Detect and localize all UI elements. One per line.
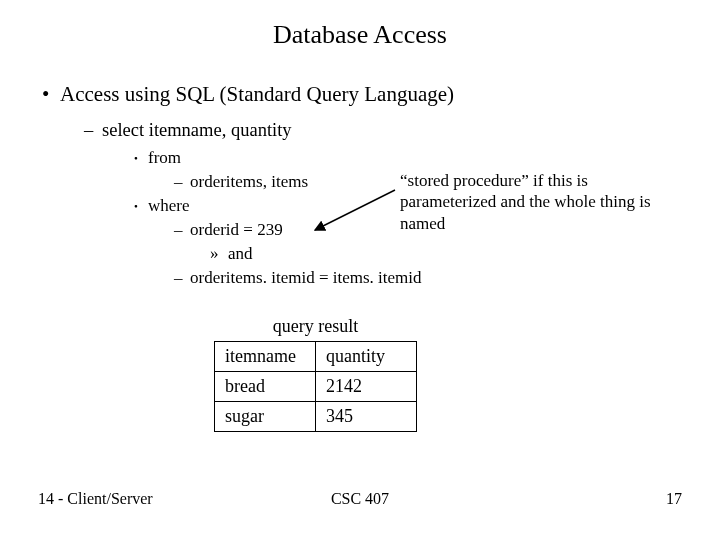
table-caption: query result (214, 316, 417, 337)
footer-center: CSC 407 (0, 490, 720, 508)
bullet-sub: select itemname, quantity (102, 120, 292, 141)
table-header: quantity (316, 342, 417, 372)
bullet-main: Access using SQL (Standard Query Languag… (60, 82, 454, 107)
annotation-text: “stored procedure” if this is parameteri… (400, 170, 685, 234)
table-cell: 345 (316, 402, 417, 432)
table-cell: sugar (215, 402, 316, 432)
slide: Database Access Access using SQL (Standa… (0, 0, 720, 540)
page-title: Database Access (0, 20, 720, 50)
sql-where-kw: where (148, 196, 190, 216)
result-table: itemname quantity bread 2142 sugar 345 (214, 341, 417, 432)
footer-right: 17 (666, 490, 682, 508)
sql-and-kw: and (228, 244, 253, 264)
table-row: bread 2142 (215, 372, 417, 402)
table-cell: 2142 (316, 372, 417, 402)
svg-line-0 (315, 190, 395, 230)
sql-join-clause: orderitems. itemid = items. itemid (190, 268, 422, 288)
result-table-wrap: query result itemname quantity bread 214… (214, 316, 417, 432)
sql-from-kw: from (148, 148, 181, 168)
arrow-icon (310, 185, 400, 245)
table-cell: bread (215, 372, 316, 402)
table-header: itemname (215, 342, 316, 372)
sql-where-clause: orderid = 239 (190, 220, 283, 240)
table-row: itemname quantity (215, 342, 417, 372)
sql-from-clause: orderitems, items (190, 172, 308, 192)
table-row: sugar 345 (215, 402, 417, 432)
